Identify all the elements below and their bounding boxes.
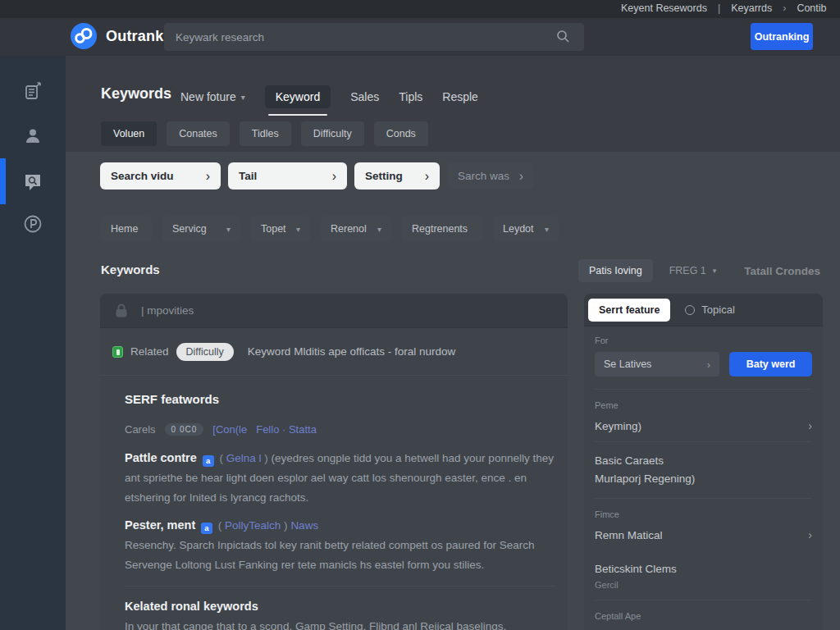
dropdown-label: FREG 1 [669,265,706,276]
related-keywords-title: Kelated ronal keywords [125,600,556,613]
panel-row-beticskint[interactable]: Beticskint Clems Gercil [595,550,812,600]
row-title: Beticskint Clems [595,560,812,578]
freg-dropdown[interactable]: FREG 1 ▾ [660,259,726,282]
naws-link[interactable]: Naws [290,519,318,532]
fello-statta-link[interactable]: Fello · Statta [256,423,317,436]
row-title: Keyming) [595,420,641,432]
settings-panel: Serrt feature Topical For Se Latives › B… [584,294,823,630]
sidebar-item-keyword-research[interactable] [0,161,66,203]
dropdown-servicg[interactable]: Servicg ▾ [162,216,240,242]
chevron-down-icon: ▾ [296,225,300,234]
chevron-down-icon: ▾ [377,225,381,234]
dropdown-label: Rerenol [331,223,367,235]
row-subtitle: Murlaporj Regening) [595,470,812,488]
favicon-badge: a [203,455,214,467]
row-subtitle: Gercil [595,580,812,590]
conle-link[interactable]: [Con(le [212,423,247,436]
panel-tab-bar: Serrt feature Topical [584,294,823,326]
chevron-right-icon: › [206,169,210,184]
dropdown-rerenol[interactable]: Rerenol ▾ [321,216,391,242]
count-pill: 0 0C0 [165,423,204,436]
nav-item-new-foture[interactable]: New foture ▾ [180,90,245,103]
card-header-row[interactable]: | mpovities [100,294,568,328]
select-value: Se Latives [604,358,651,370]
dropdown-row: Heme Servicg ▾ Topet ▾ Rerenol ▾ Regtren… [101,216,559,242]
dropdown-heme[interactable]: Heme [101,216,152,242]
button-label: Tail [239,170,257,182]
group-label: Fimce [595,509,812,519]
sidebar [0,56,66,630]
carels-label: Carels [125,423,156,436]
filter-button-search-vidu[interactable]: Search vidu › [100,162,221,189]
serf-item-title: Pester, ment [125,518,195,532]
nav-item-sales[interactable]: Sales [350,90,379,103]
group-label: Ceptall Ape [595,611,812,621]
favicon-badge: a [201,523,212,534]
subtab-voluen[interactable]: Voluen [101,121,157,146]
lock-icon [112,302,130,320]
button-label: Setting [365,170,403,182]
serf-item-body: Resenchy. Sparch Inpictads tol key ranit… [125,539,535,571]
related-difficulty-row[interactable]: Related Difficully Keyword Mlditis ape o… [100,328,568,376]
panel-row-basic-caraets[interactable]: Basic Caraets Murlaporj Regening) [595,442,812,499]
gelna-link[interactable]: Gelna l [226,452,262,464]
button-label: Search vidu [111,170,174,182]
section-title: Keywords [101,262,160,276]
dropdown-label: Regtrenents [412,223,468,235]
subtab-difficulty[interactable]: Difficulty [301,121,364,146]
search-icon[interactable] [556,30,569,43]
subtab-conates[interactable]: Conates [167,121,230,146]
radio-icon [685,305,695,315]
pollytealch-link[interactable]: PollyTealch [225,519,281,532]
tatall-crondes-link[interactable]: Tatall Crondes [744,265,820,277]
nav-label: Tipls [399,90,422,103]
difficulty-pill[interactable]: Difficully [176,343,234,361]
nav-item-keyword[interactable]: Keyword [265,85,331,108]
panel-row-remn-matical[interactable]: Remn Matical › [595,519,812,550]
breadcrumb-separator: › [783,2,786,14]
tab-topical[interactable]: Topical [685,304,734,316]
chevron-right-icon: › [808,419,812,432]
breadcrumb-item[interactable]: Contib [797,2,826,14]
nav-item-tipls[interactable]: Tipls [399,90,422,103]
chevron-down-icon: ▾ [241,93,245,102]
chevron-right-icon: › [519,169,523,184]
search-chat-icon [22,171,43,193]
sidebar-item-user[interactable] [0,115,66,158]
filter-button-tail[interactable]: Tail › [228,162,347,189]
for-label: For [595,336,812,345]
nav-label: Sales [350,90,379,103]
serf-item: Pattle contre a ( Gelna l ) (eyedres ong… [125,448,556,508]
subtab-tidles[interactable]: Tidles [240,121,291,146]
subtab-conds[interactable]: Conds [374,121,428,146]
dropdown-topet[interactable]: Topet ▾ [251,216,310,242]
breadcrumb-item[interactable]: Keyent Resewords [621,2,707,14]
sidebar-item-tasks[interactable] [0,71,66,113]
group-label: Peme [595,400,812,410]
card-header-label: | mpovities [141,304,194,317]
filter-button-sarch-was[interactable]: Sarch was › [447,162,534,189]
related-keywords-section: Kelated ronal keywords In your that cang… [125,586,556,630]
nav-label: Keyword [276,90,320,103]
breadcrumb-item[interactable]: Keyarrds [731,2,772,14]
nav-item-resple[interactable]: Resple [442,90,478,103]
dropdown-leydot[interactable]: Leydot ▾ [493,216,559,242]
panel-row-keyming[interactable]: Keyming) › [595,410,812,442]
sidebar-item-help[interactable] [0,203,66,245]
baty-werd-button[interactable]: Baty werd [729,352,812,377]
dropdown-label: Topet [261,223,286,235]
status-green-icon [112,346,123,358]
app-window: Keyent Resewords | Keyarrds › Contib Out… [0,0,840,630]
chevron-down-icon: ▾ [545,225,549,234]
panel-row-margtqrcl[interactable]: Margtqrcl( • › [595,621,812,630]
se-latives-select[interactable]: Se Latives › [595,352,719,377]
tab-serrt-feature[interactable]: Serrt feature [588,299,670,322]
paren: ) [264,452,268,464]
app-header: Outranking’ Outranking [0,18,840,56]
filter-button-setting[interactable]: Setting › [354,162,440,189]
dropdown-regtrenents[interactable]: Regtrenents [402,216,482,242]
dropdown-label: Leydot [503,223,534,235]
search-input[interactable] [164,23,584,51]
outranking-button[interactable]: Outranking [751,23,813,50]
patis-ioving-pill[interactable]: Patis Ioving [578,259,653,282]
